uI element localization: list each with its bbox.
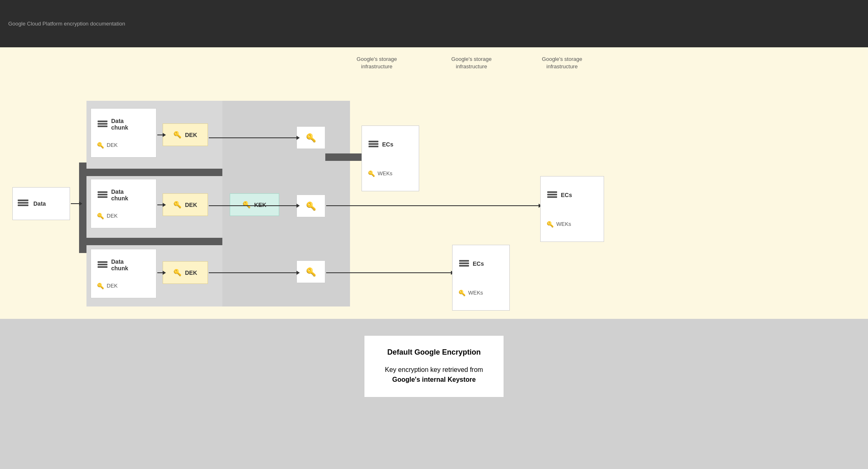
svg-rect-12 <box>369 141 378 142</box>
dek3-label: DEK <box>185 269 197 276</box>
dek-box-1: 🔑 DEK <box>163 123 208 146</box>
svg-rect-16 <box>547 194 557 195</box>
data-label: Data <box>33 200 46 207</box>
ec3-label: ECs <box>561 192 572 198</box>
svg-rect-2 <box>18 204 28 206</box>
bottom-legend-area: Default Google Encryption Key encryption… <box>0 319 868 469</box>
dek2-to-key2 <box>209 205 297 206</box>
data-box: Data <box>12 187 70 220</box>
svg-rect-11 <box>98 266 107 268</box>
chunk-box-1: Datachunk 🔑 DEK <box>91 108 156 158</box>
storage-box-4: ECs 🔑 WEKs <box>452 245 510 311</box>
chunk3-dek: 🔑 DEK <box>97 283 118 289</box>
svg-rect-19 <box>459 262 469 264</box>
svg-rect-13 <box>369 143 378 145</box>
wek4-label: 🔑 WEKs <box>459 290 483 296</box>
dek1-to-key1 <box>209 137 297 138</box>
dek-box-3: 🔑 DEK <box>163 261 208 284</box>
chunk1-to-dek1 <box>157 135 163 135</box>
svg-rect-7 <box>98 194 107 195</box>
svg-rect-8 <box>98 196 107 198</box>
key-symbol-1: 🔑 <box>296 126 325 149</box>
arrow-data-to-bar <box>71 203 80 204</box>
storage-box-1: ECs 🔑 WEKs <box>362 125 419 191</box>
v-bar-left <box>79 163 86 253</box>
svg-rect-3 <box>98 121 107 122</box>
ec3-db-icon <box>547 191 558 199</box>
key3-to-storage4 <box>326 272 452 273</box>
ec1-db-icon <box>368 140 379 149</box>
svg-rect-10 <box>98 264 107 265</box>
svg-rect-14 <box>369 146 378 147</box>
svg-rect-20 <box>459 265 469 267</box>
dek3-to-key3 <box>209 272 297 273</box>
chunk-box-3: Datachunk 🔑 DEK <box>91 249 156 298</box>
toolbar: Google Cloud Platform encryption documen… <box>0 0 868 47</box>
key-symbol-2: 🔑 <box>296 195 325 217</box>
legend-description: Key encryption key retrieved from Google… <box>385 365 483 385</box>
section-label-3: Google's storageinfrastructure <box>537 56 587 70</box>
ec4-db-icon <box>459 260 469 268</box>
svg-rect-5 <box>98 125 107 127</box>
svg-rect-9 <box>98 261 107 263</box>
ec4-label: ECs <box>473 260 484 267</box>
legend-title: Default Google Encryption <box>385 348 483 357</box>
data-db-icon <box>17 199 29 209</box>
svg-rect-15 <box>547 191 557 193</box>
wek3-label: 🔑 WEKs <box>547 221 571 228</box>
section-label-1: Google's storageinfrastructure <box>352 56 401 70</box>
svg-rect-6 <box>98 191 107 193</box>
kek-label: KEK <box>254 202 266 208</box>
ec1-label: ECs <box>382 141 393 148</box>
diagram-area: Google's storageinfrastructure Google's … <box>0 47 868 319</box>
legend-keystore-text: Google's internal Keystore <box>392 376 476 383</box>
svg-rect-17 <box>547 196 557 198</box>
dek1-label: DEK <box>185 132 197 138</box>
kek-box: 🔑 KEK <box>230 193 279 216</box>
toolbar-text: Google Cloud Platform encryption documen… <box>8 21 125 27</box>
key-symbol-3: 🔑 <box>296 260 325 283</box>
connector-bar-1 <box>325 153 366 161</box>
svg-rect-18 <box>459 260 469 262</box>
storage-box-3: ECs 🔑 WEKs <box>540 176 604 242</box>
svg-rect-4 <box>98 123 107 125</box>
dek-box-2: 🔑 DEK <box>163 193 208 216</box>
wek1-label: 🔑 WEKs <box>368 170 392 177</box>
chunk2-label: Datachunk <box>111 188 128 202</box>
svg-rect-1 <box>18 202 28 204</box>
chunk1-dek: 🔑 DEK <box>97 142 118 149</box>
dek2-label: DEK <box>185 202 197 208</box>
chunk3-db-icon <box>97 261 108 269</box>
legend-box: Default Google Encryption Key encryption… <box>364 335 504 397</box>
section-label-2: Google's storageinfrastructure <box>447 56 496 70</box>
chunk2-dek: 🔑 DEK <box>97 213 118 219</box>
chunk1-db-icon <box>97 120 108 128</box>
chunk3-to-dek3 <box>157 272 163 273</box>
svg-rect-0 <box>18 200 28 201</box>
chunk2-to-dek2 <box>157 204 163 205</box>
chunk1-label: Datachunk <box>111 118 128 131</box>
chunk3-label: Datachunk <box>111 258 128 272</box>
dark-band-1 <box>86 169 222 176</box>
key2-to-storage2 <box>326 205 539 206</box>
chunk2-db-icon <box>97 191 108 199</box>
dark-band-2 <box>86 238 222 245</box>
chunk-box-2: Datachunk 🔑 DEK <box>91 179 156 228</box>
